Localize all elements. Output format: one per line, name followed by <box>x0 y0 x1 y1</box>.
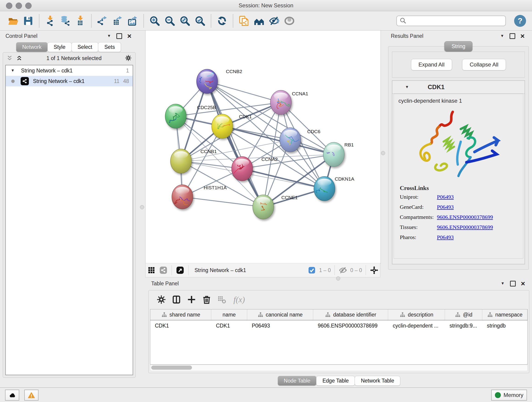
bottom-splitter-handle[interactable] <box>336 276 340 281</box>
network-node-CCNA2[interactable]: CCNA2 <box>232 157 278 181</box>
import-network-database-icon[interactable] <box>59 14 72 27</box>
network-node-RB1[interactable]: RB1 <box>323 142 354 167</box>
float-panel-icon[interactable] <box>116 33 122 39</box>
toolbar-separator <box>91 14 92 27</box>
birdseye-grid-icon[interactable] <box>147 266 156 274</box>
right-splitter-handle[interactable] <box>381 151 385 155</box>
tab-string[interactable]: String <box>444 41 472 51</box>
table-cell[interactable]: stringdb:9... <box>445 320 482 331</box>
collapse-all-button[interactable]: Collapse All <box>462 59 506 70</box>
network-node-HIST1H1A[interactable]: HIST1H1A <box>172 185 227 209</box>
collapse-panel-icon[interactable]: ▼ <box>107 34 111 38</box>
network-share-toggle-icon[interactable] <box>159 266 167 274</box>
column-header-namespace[interactable]: namespace <box>482 309 527 320</box>
cloud-button[interactable] <box>5 390 19 401</box>
column-header-id[interactable]: @id <box>445 309 482 320</box>
add-column-icon[interactable] <box>186 294 197 306</box>
fit-columns-icon[interactable] <box>171 294 182 306</box>
expand-all-networks-icon[interactable] <box>16 55 23 62</box>
table-cell[interactable]: CDK1 <box>211 320 247 331</box>
search-input[interactable] <box>407 18 505 24</box>
selected-checkbox-icon[interactable] <box>308 266 316 274</box>
search-box[interactable] <box>396 16 506 26</box>
crosslink-link[interactable]: P06493 <box>437 234 454 240</box>
open-session-icon[interactable] <box>6 14 20 27</box>
crosslink-link[interactable]: 9606.ENSP00000378699 <box>437 224 493 230</box>
table-settings-gear-icon[interactable] <box>155 294 167 306</box>
collapse-panel-icon[interactable]: ▼ <box>500 281 505 286</box>
crosslink-link[interactable]: P06493 <box>437 194 454 200</box>
tab-edge-table[interactable]: Edge Table <box>316 376 355 386</box>
float-panel-icon[interactable] <box>510 281 516 287</box>
column-header-sharedname[interactable]: shared name <box>150 309 211 320</box>
table-cell[interactable]: P06493 <box>247 320 313 331</box>
save-session-icon[interactable] <box>22 14 35 27</box>
left-splitter-handle[interactable] <box>140 205 144 209</box>
column-header-description[interactable]: description <box>388 309 445 320</box>
title-bar: Session: New Session <box>0 0 532 11</box>
network-options-gear-icon[interactable] <box>125 55 132 62</box>
double-home-icon[interactable] <box>253 14 266 27</box>
network-node-CDKN1A[interactable]: CDKN1A <box>314 176 354 201</box>
export-network-icon[interactable] <box>96 14 109 27</box>
zoom-selected-icon[interactable] <box>193 14 207 27</box>
network-node-CCNB1[interactable]: CCNB1 <box>171 149 217 173</box>
zoom-in-icon[interactable] <box>148 14 161 27</box>
column-header-canonicalname[interactable]: canonical name <box>247 309 313 320</box>
refresh-view-icon[interactable] <box>215 14 229 27</box>
tab-sets[interactable]: Sets <box>98 42 121 52</box>
table-cell[interactable]: CDK1 <box>150 320 211 331</box>
network-node-CDC25B[interactable]: CDC25B <box>165 104 216 128</box>
open-in-new-window-icon[interactable] <box>176 266 184 274</box>
search-icon <box>399 17 407 25</box>
window-title: Session: New Session <box>0 0 532 11</box>
collapse-all-networks-icon[interactable] <box>6 55 13 62</box>
memory-button[interactable]: Memory <box>491 390 527 401</box>
collapse-panel-icon[interactable]: ▼ <box>500 34 504 38</box>
close-panel-icon[interactable]: × <box>127 32 132 40</box>
table-row[interactable]: CDK1CDK1P064939606.ENSP00000378699cyclin… <box>150 320 527 331</box>
zoom-out-icon[interactable] <box>163 14 177 27</box>
network-row-selected[interactable]: String Network – cdk1 11 48 <box>6 76 133 86</box>
eye-gray-icon[interactable] <box>283 14 296 27</box>
column-header-databaseidentifier[interactable]: database identifier <box>313 309 388 320</box>
tab-network-table[interactable]: Network Table <box>355 376 400 386</box>
table-horizontal-scrollbar[interactable] <box>150 365 528 371</box>
warnings-button[interactable] <box>24 390 38 401</box>
table-cell[interactable]: 9606.ENSP00000378699 <box>313 320 388 331</box>
hidden-eye-slash-icon[interactable] <box>339 266 347 274</box>
crosslinks-section: CrossLinks Uniprot:P06493GeneCard:P06493… <box>394 183 523 240</box>
export-image-icon[interactable] <box>126 14 139 27</box>
table-cell[interactable]: stringdb <box>482 320 527 331</box>
table-cell[interactable]: cyclin-dependent ... <box>388 320 445 331</box>
tab-node-table[interactable]: Node Table <box>278 376 317 386</box>
help-button[interactable]: ? <box>514 15 526 27</box>
import-table-file-icon[interactable] <box>74 14 87 27</box>
import-network-file-icon[interactable] <box>44 14 57 27</box>
tab-select[interactable]: Select <box>71 42 99 52</box>
collection-count: 1 <box>126 68 129 74</box>
gene-section-header[interactable]: ▼ CDK1 <box>392 81 525 94</box>
close-panel-icon[interactable]: × <box>521 280 525 287</box>
network-collection-row[interactable]: ▼ String Network – cdk1 1 <box>6 65 133 76</box>
delete-column-trash-icon[interactable] <box>201 294 213 306</box>
tab-network[interactable]: Network <box>16 42 48 52</box>
zoom-fit-icon[interactable] <box>178 14 191 27</box>
tab-style[interactable]: Style <box>47 42 71 52</box>
scrollbar-thumb[interactable] <box>151 366 192 370</box>
tree-expand-icon[interactable]: ▼ <box>11 68 15 73</box>
crosslink-link[interactable]: 9606.ENSP00000378699 <box>437 214 493 220</box>
gene-expand-icon[interactable]: ▼ <box>405 85 409 89</box>
export-table-icon[interactable] <box>111 14 124 27</box>
function-builder-icon: f(x) <box>234 295 245 304</box>
clone-documents-share-icon[interactable] <box>237 14 251 27</box>
expand-all-button[interactable]: Expand All <box>411 59 452 70</box>
eye-slash-blue-icon[interactable] <box>268 14 281 27</box>
float-panel-icon[interactable] <box>510 33 515 39</box>
close-panel-icon[interactable]: × <box>520 32 525 40</box>
network-node-CDK1[interactable]: CDK1 <box>212 114 252 138</box>
fit-content-crosshair-icon[interactable] <box>370 266 378 274</box>
column-header-name[interactable]: name <box>211 309 247 320</box>
network-view-canvas[interactable]: CCNB2 CCNA1 CDC25B CDK1 CDC6 RB1 CCNB1 C… <box>145 30 381 264</box>
crosslink-link[interactable]: P06493 <box>437 204 454 210</box>
